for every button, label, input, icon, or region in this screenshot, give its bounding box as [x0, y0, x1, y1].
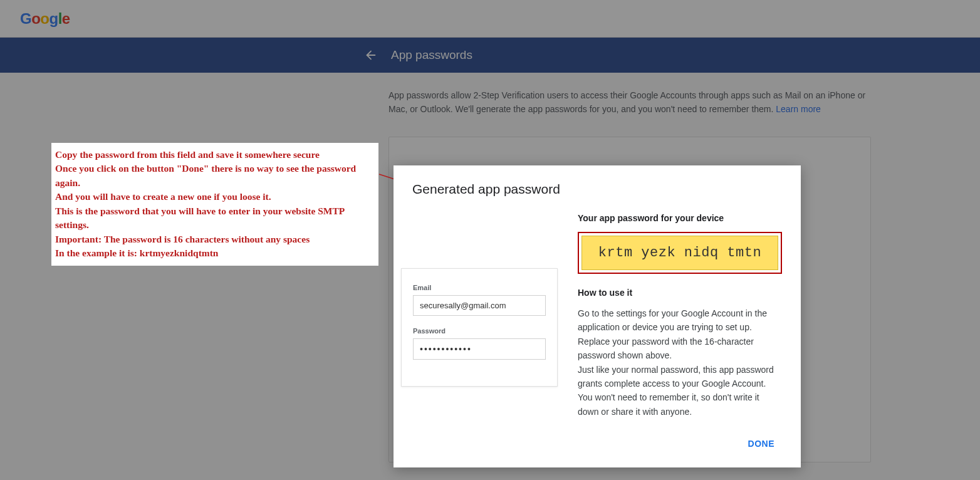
device-preview-card: Email securesally@gmail.com Password •••… [401, 268, 558, 387]
password-label: Password [413, 327, 546, 335]
modal-footer: DONE [412, 434, 782, 454]
howto-title: How to use it [578, 288, 782, 298]
annotation-line: Copy the password from this field and sa… [55, 148, 375, 162]
device-preview-column: Email securesally@gmail.com Password •••… [401, 268, 558, 419]
generated-password-modal: Generated app password Email securesally… [394, 165, 801, 467]
annotation-line: In the example it is: krtmyezknidqtmtn [55, 246, 375, 260]
howto-paragraph: Go to the settings for your Google Accou… [578, 306, 782, 363]
annotation-line: And you will have to create a new one if… [55, 190, 375, 204]
password-highlight-outline: krtm yezk nidq tmtn [578, 232, 782, 274]
password-field: •••••••••••• [413, 338, 546, 360]
annotation-line: This is the password that you will have … [55, 204, 375, 232]
annotation-line: Once you click on the button "Done" ther… [55, 162, 375, 190]
howto-paragraph: Just like your normal password, this app… [578, 363, 782, 419]
modal-body: Email securesally@gmail.com Password •••… [412, 213, 782, 419]
annotation-line: Important: The password is 16 characters… [55, 232, 375, 246]
generated-password-value[interactable]: krtm yezk nidq tmtn [581, 236, 778, 270]
modal-title: Generated app password [412, 182, 782, 197]
instructions-column: Your app password for your device krtm y… [578, 213, 782, 419]
annotation-callout: Copy the password from this field and sa… [51, 143, 378, 266]
email-label: Email [413, 284, 546, 291]
device-heading: Your app password for your device [578, 213, 782, 223]
done-button[interactable]: DONE [741, 434, 782, 454]
email-field: securesally@gmail.com [413, 295, 546, 316]
